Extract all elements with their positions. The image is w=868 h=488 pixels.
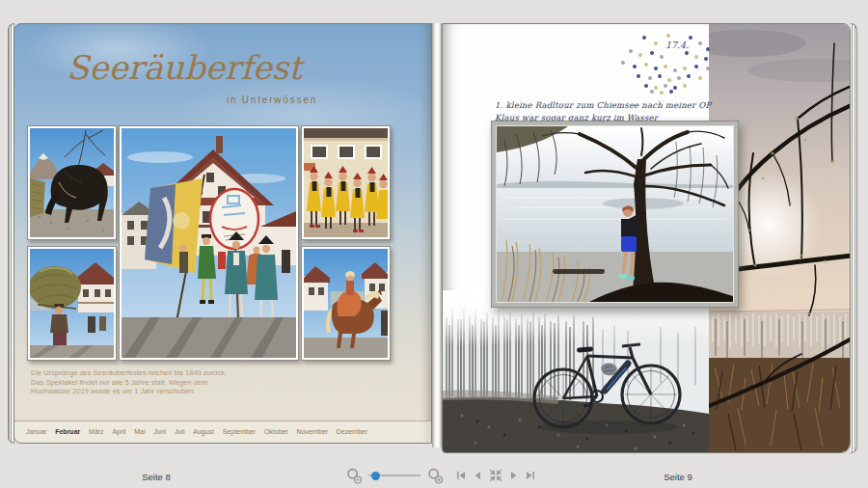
dot <box>673 86 677 90</box>
dots-decoration: 17.4. <box>621 32 714 94</box>
dot <box>648 76 652 80</box>
dot <box>687 74 691 78</box>
month-item: Januar <box>26 428 46 435</box>
month-item: Dezember <box>337 428 367 435</box>
previous-page-button[interactable] <box>472 470 483 481</box>
dot <box>683 84 687 88</box>
month-item: April <box>112 428 125 435</box>
caption-line: Hochwasser 2019 wurde es um 1 Jahr versc… <box>31 387 227 396</box>
caption-line: Die Ursprünge des Seeräuberfestes reiche… <box>31 368 227 378</box>
dot <box>621 61 625 65</box>
month-item: September <box>223 428 256 435</box>
page-stack-right[interactable] <box>851 23 857 453</box>
photo-horse-rider <box>301 246 391 361</box>
month-item: November <box>297 428 328 435</box>
dot <box>644 84 648 88</box>
viewer-toolbar <box>343 467 538 484</box>
zoom-out-button[interactable] <box>346 468 363 484</box>
dot <box>669 90 673 94</box>
dot <box>698 76 702 80</box>
book-spine-fold <box>432 23 442 447</box>
photo-parade-art <box>122 128 296 358</box>
dot <box>637 74 640 78</box>
book-spread: Seeräuberfest in Unterwössen <box>8 23 857 467</box>
month-item: Juni <box>153 428 166 435</box>
note-line: 1. kleine Radltour zum Chiemsee nach mei… <box>495 99 711 112</box>
dot <box>633 65 637 68</box>
dot <box>666 34 670 38</box>
dot <box>673 68 677 72</box>
dot <box>660 91 664 95</box>
dot <box>644 63 648 67</box>
photo-hay-carrier <box>27 246 117 361</box>
month-item: Oktober <box>264 428 288 435</box>
month-item-active: Februar <box>55 428 80 435</box>
fit-view-icon <box>488 468 503 483</box>
photo-mountain-bike <box>443 290 709 453</box>
dot <box>706 67 710 70</box>
first-page-icon <box>455 470 467 481</box>
zoom-slider[interactable] <box>368 469 420 482</box>
zoom-out-icon <box>346 468 363 484</box>
page-subtitle: in Unterwössen <box>149 95 317 105</box>
dot <box>694 65 698 68</box>
photo-hay-carrier-art <box>30 249 114 358</box>
last-page-button[interactable] <box>525 470 536 481</box>
dot <box>638 53 642 57</box>
dot <box>654 41 658 45</box>
dot <box>654 67 658 70</box>
dot <box>683 67 687 70</box>
last-page-icon <box>525 470 536 481</box>
framed-photo-mat <box>496 125 734 303</box>
dot <box>677 76 681 80</box>
dot <box>685 51 689 55</box>
dot <box>654 86 658 90</box>
photo-mountain-bike-art <box>443 290 709 453</box>
month-item: März <box>89 428 104 435</box>
previous-page-icon <box>472 470 483 481</box>
fit-view-button[interactable] <box>488 468 503 483</box>
photo-horse-rider-art <box>304 249 388 358</box>
photo-yellow-costumes <box>301 125 391 240</box>
month-item: Juli <box>175 428 185 435</box>
caption-line: Das Spektakel findet nur alle 5 Jahre st… <box>31 378 227 388</box>
left-page[interactable]: Seeräuberfest in Unterwössen <box>14 23 432 444</box>
dot <box>689 36 692 40</box>
photo-parade <box>119 125 299 361</box>
dot <box>706 47 710 51</box>
framed-photo-art <box>497 126 733 302</box>
dot <box>704 57 708 61</box>
zoom-in-button[interactable] <box>427 468 444 484</box>
next-page-icon <box>508 470 520 481</box>
dot <box>650 51 654 55</box>
photo-horse-carriage-art <box>30 128 114 237</box>
right-page[interactable]: 17.4. 1. kleine Radltour zum Chiemsee na… <box>442 23 851 453</box>
photo-yellow-costumes-art <box>304 128 388 237</box>
month-list: Januar Februar März April Mai Juni Juli … <box>26 420 367 443</box>
dot <box>698 41 702 45</box>
next-page-button[interactable] <box>508 470 520 481</box>
dot <box>694 55 698 59</box>
dot <box>650 90 654 94</box>
photo-horse-carriage <box>27 125 117 240</box>
month-item: August <box>193 428 214 435</box>
framed-photo-tree-lake <box>491 121 739 308</box>
dot <box>664 84 667 88</box>
photobook-viewer: { "book": { "left_page": { "title": "See… <box>0 0 868 488</box>
page-title: Seeräuberfest <box>61 50 308 85</box>
month-item: Mai <box>134 428 145 435</box>
dot <box>667 78 671 82</box>
dot <box>660 55 664 59</box>
dot <box>629 49 633 53</box>
right-page-number-label: Seite 9 <box>635 472 721 482</box>
zoom-slider-handle[interactable] <box>371 472 380 480</box>
left-page-number-label: Seite 8 <box>113 472 200 482</box>
dot <box>664 65 667 68</box>
dot <box>642 36 646 40</box>
first-page-button[interactable] <box>455 470 467 481</box>
zoom-in-icon <box>427 468 444 484</box>
date-label: 17.4. <box>665 40 689 50</box>
caption-text: Die Ursprünge des Seeräuberfestes reiche… <box>31 368 227 396</box>
dot <box>658 74 662 78</box>
